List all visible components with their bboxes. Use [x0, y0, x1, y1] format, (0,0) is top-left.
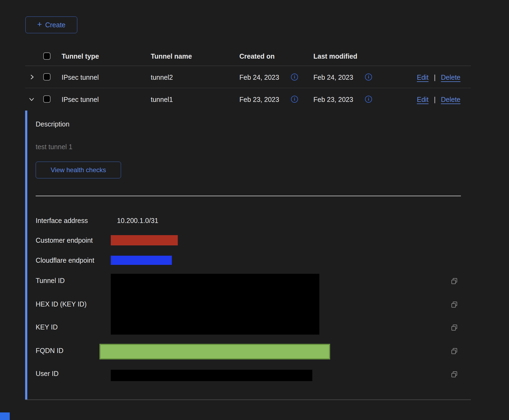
last-modified-cell: Feb 24, 2023 — [313, 73, 353, 81]
column-header-tunnel-type: Tunnel type — [62, 52, 99, 60]
field-label-customer-endpoint: Customer endpoint — [36, 236, 93, 244]
copy-icon[interactable] — [451, 277, 458, 285]
action-separator: | — [434, 73, 436, 81]
create-button[interactable]: + Create — [25, 16, 77, 33]
tunnel-type-cell: IPsec tunnel — [62, 73, 99, 81]
row-checkbox[interactable] — [43, 73, 51, 81]
action-separator: | — [434, 95, 436, 104]
field-label-key-id: KEY ID — [36, 323, 58, 331]
description-value: test tunnel 1 — [36, 143, 72, 151]
info-icon[interactable]: i — [365, 96, 372, 103]
delete-link[interactable]: Delete — [441, 95, 460, 104]
created-on-cell: Feb 24, 2023 — [239, 73, 279, 81]
copy-icon[interactable] — [451, 371, 458, 378]
create-button-label: Create — [45, 21, 65, 29]
field-label-fqdn-id: FQDN ID — [36, 346, 63, 355]
column-header-created-on: Created on — [239, 52, 275, 60]
tunnel-name-cell: tunnel2 — [151, 73, 173, 81]
chevron-down-icon[interactable] — [28, 96, 35, 103]
chevron-right-icon[interactable] — [29, 74, 35, 80]
tunnel-name-cell: tunnel1 — [151, 95, 173, 104]
copy-icon[interactable] — [451, 324, 458, 331]
field-label-cloudflare-endpoint: Cloudflare endpoint — [36, 256, 94, 264]
redacted-value-cloudflare-endpoint — [111, 256, 172, 265]
redacted-value-fqdn-id — [99, 344, 330, 359]
plus-icon: + — [37, 20, 42, 28]
edit-link[interactable]: Edit — [417, 73, 428, 81]
field-label-hex-id: HEX ID (KEY ID) — [36, 300, 86, 308]
row-checkbox[interactable] — [43, 95, 51, 103]
field-label-tunnel-id: Tunnel ID — [36, 276, 65, 285]
tunnel-type-cell: IPsec tunnel — [62, 95, 99, 104]
edit-link[interactable]: Edit — [417, 95, 428, 104]
expanded-row-accent-bar — [25, 111, 27, 400]
column-header-tunnel-name: Tunnel name — [151, 52, 192, 60]
header-divider — [25, 66, 471, 66]
column-header-last-modified: Last modified — [313, 52, 357, 60]
last-modified-cell: Feb 23, 2023 — [313, 95, 353, 104]
copy-icon[interactable] — [451, 301, 458, 308]
panel-bottom-divider — [25, 399, 471, 400]
info-icon[interactable]: i — [291, 74, 298, 81]
description-label: Description — [36, 120, 69, 128]
field-label-user-id: User ID — [36, 369, 59, 378]
select-all-checkbox[interactable] — [43, 52, 51, 60]
view-health-checks-button[interactable]: View health checks — [36, 162, 121, 178]
redacted-value-user-id — [111, 370, 312, 381]
ipsec-tunnels-page: + Create Tunnel type Tunnel name Created… — [0, 0, 509, 420]
bottom-left-accent — [0, 412, 10, 420]
redacted-value-ids-block — [111, 274, 319, 335]
copy-icon[interactable] — [451, 347, 458, 355]
delete-link[interactable]: Delete — [441, 73, 460, 81]
row-divider — [25, 88, 471, 88]
info-icon[interactable]: i — [365, 74, 372, 81]
field-value-interface-address: 10.200.1.0/31 — [117, 216, 158, 225]
redacted-value-customer-endpoint — [111, 235, 178, 245]
section-divider — [36, 196, 461, 196]
field-label-interface-address: Interface address — [36, 216, 88, 225]
created-on-cell: Feb 23, 2023 — [239, 95, 279, 104]
info-icon[interactable]: i — [291, 96, 298, 103]
